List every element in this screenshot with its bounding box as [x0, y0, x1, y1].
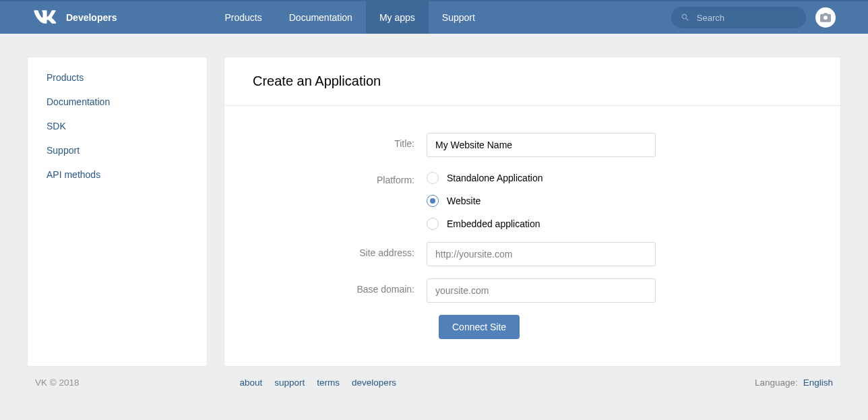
footer-link-support[interactable]: support — [274, 378, 305, 388]
search-icon — [681, 12, 690, 23]
search-wrap[interactable] — [671, 7, 806, 28]
language-label: Language: — [755, 378, 798, 388]
title-input[interactable] — [427, 133, 656, 157]
footer-copyright: VK © 2018 — [35, 378, 80, 388]
base-domain-label: Base domain: — [251, 278, 427, 295]
logo-wrap[interactable]: Developers — [32, 10, 117, 25]
title-label: Title: — [251, 133, 427, 149]
site-address-input[interactable] — [427, 242, 656, 266]
sidebar-item-documentation[interactable]: Documentation — [28, 90, 207, 114]
sidebar-item-api-methods[interactable]: API methods — [28, 162, 207, 187]
radio-circle-icon — [427, 172, 439, 184]
connect-site-button[interactable]: Connect Site — [439, 315, 520, 339]
main-panel: Create an Application Title: Platform: S… — [224, 57, 841, 367]
row-site-address: Site address: — [251, 242, 813, 266]
vk-logo-icon — [32, 10, 57, 25]
camera-icon — [820, 13, 831, 22]
nav-support[interactable]: Support — [429, 1, 489, 34]
brand-label: Developers — [66, 12, 117, 23]
sidebar-item-products[interactable]: Products — [28, 65, 207, 90]
radio-circle-icon — [427, 195, 439, 207]
sidebar-item-support[interactable]: Support — [28, 138, 207, 162]
radio-label: Embedded application — [447, 218, 540, 229]
main-head: Create an Application — [224, 57, 840, 106]
radio-embedded[interactable]: Embedded application — [427, 218, 656, 230]
camera-button[interactable] — [815, 7, 836, 28]
page-title: Create an Application — [253, 73, 812, 89]
radio-label: Website — [447, 196, 480, 206]
nav-my-apps[interactable]: My apps — [366, 1, 429, 34]
nav-documentation[interactable]: Documentation — [276, 1, 366, 34]
nav-products[interactable]: Products — [211, 1, 275, 34]
search-input[interactable] — [697, 13, 797, 23]
radio-circle-icon — [427, 218, 439, 230]
footer-link-about[interactable]: about — [240, 378, 263, 388]
header-right — [671, 7, 836, 28]
page-body: Products Documentation SDK Support API m… — [0, 34, 868, 367]
footer-language: Language: English — [755, 378, 833, 388]
row-platform: Platform: Standalone Application Website — [251, 169, 813, 230]
submit-row: Connect Site — [251, 315, 813, 339]
sidebar: Products Documentation SDK Support API m… — [27, 57, 208, 367]
radio-website[interactable]: Website — [427, 195, 656, 207]
footer-link-developers[interactable]: developers — [352, 378, 396, 388]
footer: VK © 2018 about support terms developers… — [0, 367, 868, 398]
platform-radio-group: Standalone Application Website Embedded … — [427, 169, 656, 230]
radio-standalone[interactable]: Standalone Application — [427, 172, 656, 184]
platform-label: Platform: — [251, 169, 427, 185]
footer-link-terms[interactable]: terms — [317, 378, 340, 388]
row-title: Title: — [251, 133, 813, 157]
site-address-label: Site address: — [251, 242, 427, 258]
top-header: Developers Products Documentation My app… — [0, 0, 868, 34]
row-base-domain: Base domain: — [251, 278, 813, 303]
radio-label: Standalone Application — [447, 173, 542, 183]
language-value[interactable]: English — [803, 378, 833, 388]
sidebar-item-sdk[interactable]: SDK — [28, 114, 207, 138]
create-app-form: Title: Platform: Standalone Application — [224, 106, 840, 366]
base-domain-input[interactable] — [427, 278, 656, 303]
footer-links: about support terms developers — [240, 378, 397, 388]
top-nav: Products Documentation My apps Support — [211, 1, 488, 34]
